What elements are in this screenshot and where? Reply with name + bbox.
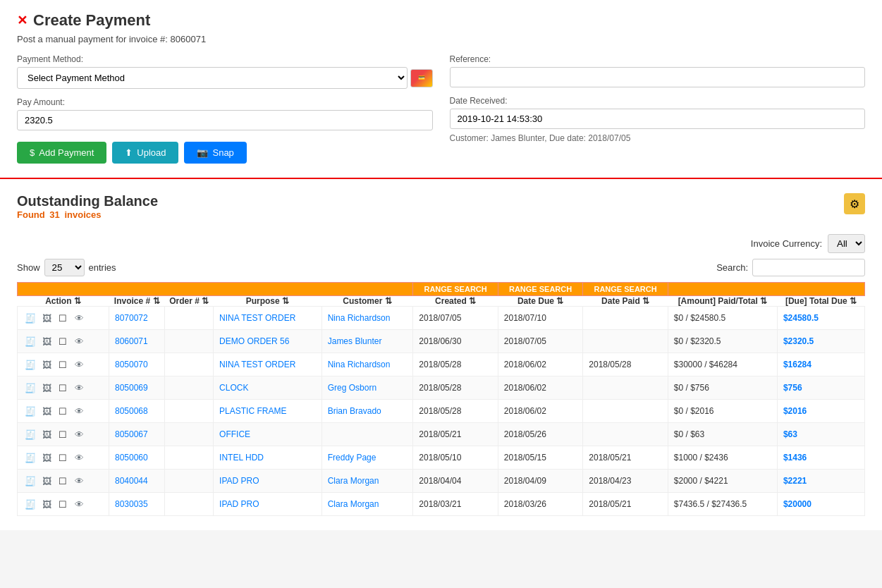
- date-due-cell: 2018/03/26: [498, 493, 582, 516]
- col-created[interactable]: Created ⇅: [413, 296, 498, 307]
- customer-link[interactable]: Clara Morgan: [328, 476, 379, 486]
- search-input[interactable]: [752, 259, 865, 276]
- reference-input[interactable]: [450, 67, 866, 87]
- invoice-link[interactable]: 8050067: [115, 429, 148, 439]
- entries-select[interactable]: 25 10 50 100: [44, 259, 85, 276]
- invoice-link[interactable]: 8050060: [115, 453, 148, 463]
- image-icon[interactable]: 🖼: [39, 334, 54, 348]
- receipt-icon[interactable]: 🧾: [23, 404, 37, 418]
- checkbox-icon[interactable]: ☐: [56, 497, 70, 511]
- checkbox-icon[interactable]: ☐: [56, 404, 70, 418]
- col-purpose[interactable]: Purpose ⇅: [214, 296, 322, 307]
- purpose-link[interactable]: IPAD PRO: [219, 499, 259, 509]
- total-due-cell: $2320.5: [777, 330, 864, 353]
- close-icon[interactable]: ✕: [17, 13, 27, 28]
- eye-icon[interactable]: 👁: [72, 497, 86, 511]
- eye-icon[interactable]: 👁: [72, 381, 86, 395]
- customer-link[interactable]: Brian Bravado: [328, 406, 381, 416]
- invoice-link[interactable]: 8050070: [115, 360, 148, 369]
- purpose-link[interactable]: OFFICE: [219, 429, 250, 439]
- payment-method-select[interactable]: Select Payment Method: [17, 67, 408, 89]
- eye-icon[interactable]: 👁: [72, 311, 86, 325]
- date-paid-cell: [583, 400, 668, 423]
- col-invoice[interactable]: Invoice # ⇅: [109, 296, 165, 307]
- purpose-link[interactable]: PLASTIC FRAME: [219, 406, 286, 416]
- purpose-link[interactable]: IPAD PRO: [219, 476, 259, 486]
- created-cell: 2018/05/28: [413, 400, 498, 423]
- eye-icon[interactable]: 👁: [72, 427, 86, 441]
- purpose-link[interactable]: NINA TEST ORDER: [219, 313, 295, 323]
- image-icon[interactable]: 🖼: [39, 427, 54, 441]
- customer-link[interactable]: James Blunter: [328, 336, 382, 346]
- action-cell: 🧾 🖼 ☐ 👁: [18, 470, 109, 493]
- col-date-paid[interactable]: Date Paid ⇅: [583, 296, 668, 307]
- eye-icon[interactable]: 👁: [72, 404, 86, 418]
- invoice-currency-label: Invoice Currency:: [751, 238, 822, 249]
- total-due-value: $756: [783, 383, 802, 393]
- receipt-icon[interactable]: 🧾: [23, 427, 37, 441]
- checkbox-icon[interactable]: ☐: [56, 381, 70, 395]
- upload-button[interactable]: ⬆ Upload: [112, 142, 178, 164]
- checkbox-icon[interactable]: ☐: [56, 427, 70, 441]
- invoice-link[interactable]: 8060071: [115, 336, 148, 346]
- currency-select[interactable]: All: [828, 234, 865, 253]
- image-icon[interactable]: 🖼: [39, 311, 54, 325]
- date-received-input[interactable]: [450, 109, 866, 129]
- receipt-icon[interactable]: 🧾: [23, 451, 37, 465]
- eye-icon[interactable]: 👁: [72, 474, 86, 488]
- purpose-link[interactable]: INTEL HDD: [219, 453, 264, 463]
- purpose-link[interactable]: CLOCK: [219, 383, 248, 393]
- customer-link[interactable]: Nina Richardson: [328, 313, 391, 323]
- purpose-link[interactable]: DEMO ORDER 56: [219, 336, 289, 346]
- checkbox-icon[interactable]: ☐: [56, 311, 70, 325]
- receipt-icon[interactable]: 🧾: [23, 311, 37, 325]
- image-icon[interactable]: 🖼: [39, 381, 54, 395]
- receipt-icon[interactable]: 🧾: [23, 474, 37, 488]
- col-order[interactable]: Order # ⇅: [165, 296, 214, 307]
- eye-icon[interactable]: 👁: [72, 451, 86, 465]
- settings-button[interactable]: ⚙: [844, 193, 865, 214]
- receipt-icon[interactable]: 🧾: [23, 497, 37, 511]
- customer-link[interactable]: Nina Richardson: [328, 360, 391, 369]
- receipt-icon[interactable]: 🧾: [23, 357, 37, 372]
- col-amount-paid[interactable]: [Amount] Paid/Total ⇅: [668, 296, 777, 307]
- amount-paid-cell: $0 / $756: [668, 376, 777, 400]
- date-paid-cell: [583, 330, 668, 353]
- invoice-link[interactable]: 8050069: [115, 383, 148, 393]
- date-due-cell: 2018/05/15: [498, 446, 582, 470]
- image-icon[interactable]: 🖼: [39, 404, 54, 418]
- range-search-row: RANGE SEARCH RANGE SEARCH RANGE SEARCH: [18, 283, 865, 296]
- invoice-link[interactable]: 8030035: [115, 499, 148, 509]
- total-due-value: $20000: [783, 499, 811, 509]
- image-icon[interactable]: 🖼: [39, 474, 54, 488]
- customer-link[interactable]: Freddy Page: [328, 453, 376, 463]
- purpose-link[interactable]: NINA TEST ORDER: [219, 360, 295, 369]
- invoice-link[interactable]: 8040044: [115, 476, 148, 486]
- image-icon[interactable]: 🖼: [39, 451, 54, 465]
- purpose-cell: PLASTIC FRAME: [214, 400, 322, 423]
- image-icon[interactable]: 🖼: [39, 357, 54, 372]
- add-payment-button[interactable]: $ Add Payment: [17, 142, 106, 164]
- checkbox-icon[interactable]: ☐: [56, 474, 70, 488]
- snap-button[interactable]: 📷 Snap: [184, 142, 246, 164]
- receipt-icon[interactable]: 🧾: [23, 334, 37, 348]
- invoice-link[interactable]: 8050068: [115, 406, 148, 416]
- checkbox-icon[interactable]: ☐: [56, 334, 70, 348]
- date-due-cell: 2018/06/02: [498, 353, 582, 376]
- pay-amount-input[interactable]: [17, 110, 433, 130]
- col-action[interactable]: Action ⇅: [18, 296, 109, 307]
- checkbox-icon[interactable]: ☐: [56, 357, 70, 372]
- checkbox-icon[interactable]: ☐: [56, 451, 70, 465]
- invoice-link[interactable]: 8070072: [115, 313, 148, 323]
- col-date-due[interactable]: Date Due ⇅: [498, 296, 582, 307]
- total-due-cell: $1436: [777, 446, 864, 470]
- created-cell: 2018/05/21: [413, 423, 498, 446]
- receipt-icon[interactable]: 🧾: [23, 381, 37, 395]
- eye-icon[interactable]: 👁: [72, 334, 86, 348]
- eye-icon[interactable]: 👁: [72, 357, 86, 372]
- col-total-due[interactable]: [Due] Total Due ⇅: [777, 296, 864, 307]
- customer-link[interactable]: Greg Osborn: [328, 383, 376, 393]
- col-customer[interactable]: Customer ⇅: [321, 296, 413, 307]
- image-icon[interactable]: 🖼: [39, 497, 54, 511]
- customer-link[interactable]: Clara Morgan: [328, 499, 379, 509]
